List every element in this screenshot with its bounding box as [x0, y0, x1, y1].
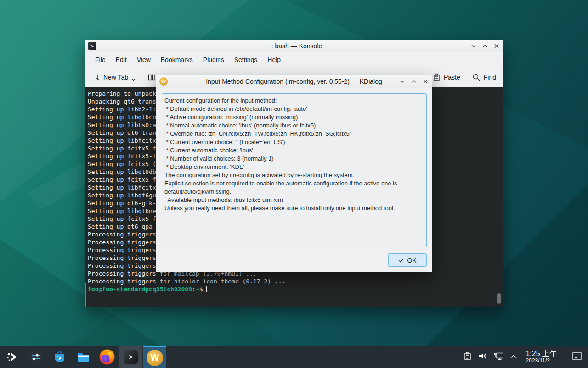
terminal-cursor [206, 286, 210, 292]
konsole-app-icon: > [88, 42, 96, 50]
dialog-message[interactable]: Current configuration for the input meth… [162, 93, 427, 247]
konsole-minimize-button[interactable] [470, 43, 477, 49]
clipboard-tray-icon[interactable] [463, 351, 472, 362]
dialog-message-line: Unless you really need them all, please … [164, 204, 424, 213]
new-tab-icon [92, 73, 100, 81]
konsole-menubar: FileEditViewBookmarksPluginsSettingsHelp [85, 52, 503, 67]
digital-clock[interactable]: 1:25 上午 2023/11/2 [526, 350, 557, 363]
taskbar: > W 1:25 上午 2023/11/2 [0, 346, 588, 368]
find-label: Find [484, 74, 496, 81]
chevron-down-icon [471, 43, 476, 49]
menu-item-edit[interactable]: Edit [111, 54, 132, 65]
konsole-close-button[interactable] [493, 43, 500, 49]
kdialog-close-button[interactable] [422, 78, 429, 85]
kdialog-maximize-button[interactable] [411, 78, 417, 85]
menu-item-help[interactable]: Help [262, 54, 286, 65]
konsole-titlebar[interactable]: > ~ : bash — Konsole [85, 40, 503, 52]
ok-label: OK [407, 257, 416, 264]
discover-button[interactable] [48, 346, 72, 368]
tray-expand-button[interactable] [510, 353, 517, 361]
dialog-message-line: * Default mode defined in /etc/default/i… [164, 105, 424, 113]
file-manager-button[interactable] [72, 346, 96, 368]
terminal-prompt-line: foo@foo-standardpcq35ich92009:~$ [88, 285, 503, 293]
check-icon [398, 258, 404, 263]
kdialog-minimize-button[interactable] [399, 78, 406, 85]
konsole-maximize-button[interactable] [482, 43, 488, 49]
network-tray-icon[interactable] [493, 351, 504, 362]
paste-button[interactable]: Paste [432, 73, 460, 81]
new-tab-label: New Tab [103, 74, 128, 81]
system-settings-button[interactable] [24, 346, 48, 368]
close-icon [423, 79, 428, 84]
paste-icon [432, 73, 441, 81]
chevron-down-icon [131, 77, 136, 81]
dialog-message-line: Explicit selection is not required to en… [164, 179, 424, 188]
dialog-message-line: * Number of valid choices: 3 (normally 1… [164, 155, 424, 163]
app-launcher-button[interactable] [0, 346, 24, 368]
dialog-message-line: * Override rule: 'zh_CN,fcitx5:zh_TW,fci… [164, 130, 424, 138]
kdialog-window-title: Input Method Configuration (im-config, v… [156, 78, 432, 85]
menu-item-settings[interactable]: Settings [229, 54, 263, 65]
menu-item-view[interactable]: View [132, 54, 156, 65]
ok-button[interactable]: OK [388, 253, 427, 267]
taskbar-task-konsole[interactable]: > [119, 346, 142, 368]
chevron-up-icon [482, 43, 488, 49]
clock-time: 1:25 上午 [526, 350, 557, 358]
dialog-message-line: * Normal automatic choice: 'ibus' (norma… [164, 121, 424, 130]
kdialog-window: W Input Method Configuration (im-config,… [156, 75, 432, 272]
paste-label: Paste [444, 74, 460, 81]
prompt-path: ~ [196, 286, 199, 293]
firefox-icon [98, 348, 116, 366]
kdialog-titlebar[interactable]: W Input Method Configuration (im-config,… [156, 75, 432, 88]
settings-sliders-icon [29, 350, 43, 364]
dialog-message-line: Available input methods: ibus fcitx5 uim… [164, 196, 424, 204]
kde-launcher-icon [6, 351, 18, 363]
chevron-up-icon [411, 79, 417, 84]
dialog-message-line: The configuration set by im-config is ac… [164, 171, 424, 179]
kdialog-app-icon: W [159, 77, 168, 86]
dialog-message-line: default/auto/cjkv/missing. [164, 188, 424, 196]
terminal-line: Processing triggers for hicolor-icon-the… [88, 277, 503, 285]
dialog-message-line: * Current automatic choice: 'ibus' [164, 146, 424, 155]
clock-date: 2023/11/2 [526, 358, 550, 364]
new-tab-button[interactable]: New Tab [92, 73, 136, 81]
chevron-up-icon [510, 354, 517, 359]
menu-item-plugins[interactable]: Plugins [198, 54, 229, 65]
close-icon [494, 43, 499, 49]
terminal-scrollbar[interactable] [497, 293, 501, 304]
dialog-message-line: * Desktop environment: 'KDE' [164, 163, 424, 171]
new-output-indicator [85, 283, 86, 307]
dialog-message-line: Current configuration for the input meth… [164, 97, 424, 105]
konsole-window-title: ~ : bash — Konsole [85, 42, 503, 50]
menu-item-bookmarks[interactable]: Bookmarks [156, 54, 198, 65]
dialog-message-line: * Active configuration: 'missing' (norma… [164, 113, 424, 121]
show-desktop-button[interactable] [571, 351, 582, 362]
show-desktop-icon [571, 351, 582, 361]
chevron-down-icon [400, 79, 405, 84]
dialog-message-line: * Current override choice: '' (Locale='e… [164, 138, 424, 146]
menu-item-file[interactable]: File [90, 54, 111, 65]
taskbar-task-kdialog[interactable]: W [143, 346, 166, 368]
folder-icon [77, 350, 90, 364]
volume-tray-icon[interactable] [478, 351, 488, 362]
taskbar-task-firefox[interactable] [96, 346, 119, 368]
prompt-user-host: foo@foo-standardpcq35ich92009 [88, 286, 192, 293]
search-icon [472, 73, 481, 81]
konsole-icon: > [124, 350, 138, 364]
split-view-icon [147, 73, 156, 81]
discover-bag-icon [53, 350, 67, 364]
find-button[interactable]: Find [472, 73, 496, 81]
kdialog-icon: W [147, 350, 163, 366]
